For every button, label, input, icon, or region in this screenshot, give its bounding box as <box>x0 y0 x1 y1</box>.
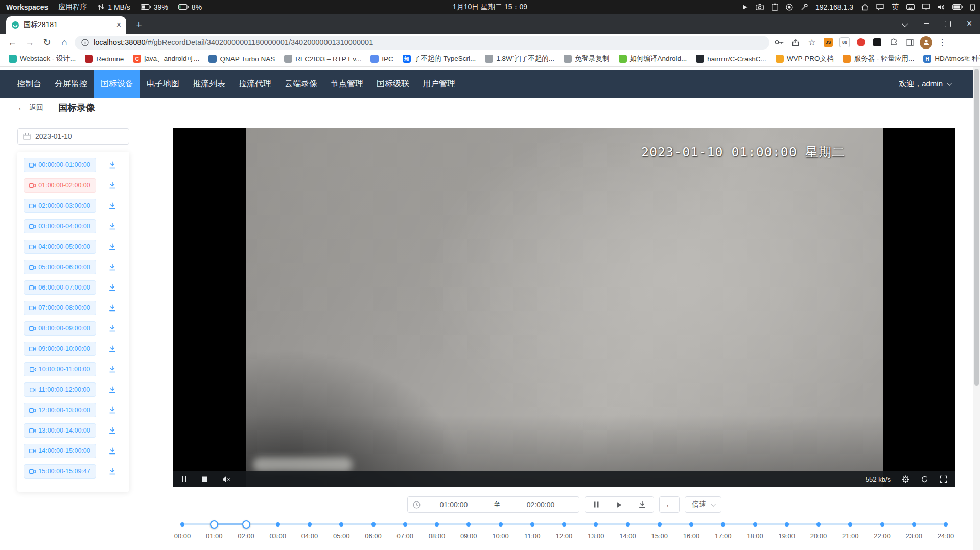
timeline-tick[interactable] <box>594 522 598 527</box>
timeline-tick[interactable] <box>626 522 630 527</box>
bookmarks-overflow-icon[interactable]: » <box>964 53 977 62</box>
bookmark-item[interactable]: 1.8W字|了不起的... <box>480 54 559 63</box>
browser-tab[interactable]: 国标28181 × <box>6 16 126 34</box>
download-icon[interactable] <box>108 161 116 169</box>
extension-js-icon[interactable]: JS <box>822 36 835 49</box>
segment-chip[interactable]: 15:00:00-15:09:47 <box>24 464 96 479</box>
timeline-tick[interactable] <box>403 522 407 527</box>
segment-chip[interactable]: 08:00:00-09:00:00 <box>24 321 96 336</box>
timeline-tick[interactable] <box>658 522 662 527</box>
timeline-tick[interactable] <box>816 522 821 527</box>
extension-88-icon[interactable]: 88 <box>838 36 851 49</box>
timeline-tick[interactable] <box>689 522 693 527</box>
nav-tab[interactable]: 分屏监控 <box>48 70 94 98</box>
download-icon[interactable] <box>108 386 116 394</box>
battery-icon[interactable] <box>952 4 963 10</box>
timeline-tick[interactable] <box>848 522 852 527</box>
password-key-icon[interactable] <box>773 36 786 49</box>
timeline-tick[interactable] <box>880 522 884 527</box>
battery-indicator-2[interactable]: 8% <box>178 3 202 11</box>
download-button[interactable] <box>631 496 654 513</box>
download-icon[interactable] <box>108 345 116 353</box>
timeline-tick[interactable] <box>499 522 503 527</box>
tools-icon[interactable] <box>801 4 808 11</box>
network-speed-indicator[interactable]: 1 MB/s <box>97 3 130 11</box>
bookmark-item[interactable]: WVP-PRO文档 <box>771 54 838 63</box>
bookmark-star-icon[interactable]: ☆ <box>805 36 819 49</box>
segment-chip[interactable]: 04:00:00-05:00:00 <box>24 240 96 254</box>
play-icon[interactable] <box>742 4 748 10</box>
extensions-puzzle-icon[interactable] <box>887 36 900 49</box>
download-icon[interactable] <box>108 426 116 435</box>
download-icon[interactable] <box>108 467 116 475</box>
play-button[interactable] <box>608 496 631 513</box>
browser-home-icon[interactable]: ⌂ <box>57 35 72 50</box>
user-menu[interactable]: 欢迎，admin <box>899 70 980 98</box>
download-icon[interactable] <box>108 222 116 230</box>
pause-icon[interactable] <box>181 476 187 483</box>
minimize-icon[interactable] <box>916 14 937 34</box>
timeline-tick[interactable] <box>435 522 439 527</box>
download-icon[interactable] <box>108 324 116 332</box>
clipboard-icon[interactable] <box>772 3 778 11</box>
download-icon[interactable] <box>108 365 116 373</box>
nav-tab[interactable]: 拉流代理 <box>232 70 278 98</box>
nav-tab[interactable]: 电子地图 <box>140 70 186 98</box>
end-time-input[interactable]: 02:00:00 <box>507 500 574 509</box>
timeline-tick[interactable] <box>339 522 343 527</box>
timeline-handle[interactable] <box>210 520 218 529</box>
segment-chip[interactable]: 13:00:00-14:00:00 <box>24 423 96 438</box>
timeline-tick[interactable] <box>912 522 916 527</box>
segment-chip[interactable]: 00:00:00-01:00:00 <box>24 158 96 172</box>
nav-tab[interactable]: 云端录像 <box>278 70 324 98</box>
bookmark-item[interactable]: IPC <box>366 55 398 63</box>
nav-tab[interactable]: 控制台 <box>10 70 48 98</box>
tab-close-icon[interactable]: × <box>116 21 121 29</box>
download-icon[interactable] <box>108 202 116 210</box>
timeline[interactable]: 00:0001:0002:0003:0004:0005:0006:0007:00… <box>182 518 946 543</box>
bookmark-item[interactable]: Redmine <box>80 55 128 63</box>
bookmark-item[interactable]: 服务器 - 轻量应用... <box>838 54 919 63</box>
side-panel-icon[interactable] <box>903 36 917 49</box>
download-icon[interactable] <box>108 243 116 251</box>
settings-gear-icon[interactable] <box>902 475 909 483</box>
speed-select[interactable]: 倍速 <box>685 496 721 513</box>
time-range-picker[interactable]: 01:00:00 至 02:00:00 <box>407 496 579 513</box>
bookmark-item[interactable]: QNAP Turbo NAS <box>204 55 279 63</box>
nav-tab[interactable]: 节点管理 <box>324 70 370 98</box>
keyboard-icon[interactable] <box>906 4 915 10</box>
address-bar[interactable]: localhost:38080/#/gbRecordDetail/3402000… <box>75 36 769 50</box>
timeline-tick[interactable] <box>276 522 280 527</box>
mute-icon[interactable] <box>222 476 231 483</box>
share-icon[interactable] <box>789 36 802 49</box>
timeline-tick[interactable] <box>785 522 789 527</box>
nav-tab[interactable]: 国标设备 <box>94 70 140 98</box>
segment-chip[interactable]: 09:00:00-10:00:00 <box>24 342 96 356</box>
nav-tab[interactable]: 推流列表 <box>186 70 232 98</box>
download-icon[interactable] <box>108 181 116 189</box>
applications-button[interactable]: 应用程序 <box>58 3 87 12</box>
refresh-icon[interactable] <box>921 475 928 483</box>
timeline-handle[interactable] <box>242 520 250 529</box>
segment-chip[interactable]: 03:00:00-04:00:00 <box>24 219 96 233</box>
fullscreen-icon[interactable] <box>940 475 947 483</box>
segment-chip[interactable]: 05:00:00-06:00:00 <box>24 260 96 274</box>
site-info-icon[interactable] <box>81 39 89 46</box>
segment-chip[interactable]: 06:00:00-07:00:00 <box>24 280 96 295</box>
timeline-tick[interactable] <box>562 522 566 527</box>
tab-search-icon[interactable] <box>894 14 916 34</box>
segment-chip[interactable]: 01:00:00-02:00:00 <box>24 178 96 193</box>
home-icon[interactable] <box>861 4 869 11</box>
seek-back-button[interactable]: ← <box>659 496 680 513</box>
ip-address-indicator[interactable]: 192.168.1.3 <box>815 3 853 11</box>
timeline-tick[interactable] <box>753 522 757 527</box>
download-icon[interactable] <box>108 283 116 292</box>
input-method-indicator[interactable]: 英 <box>892 3 899 12</box>
segment-chip[interactable]: 14:00:00-15:00:00 <box>24 444 96 458</box>
stop-icon[interactable] <box>202 476 207 482</box>
start-time-input[interactable]: 01:00:00 <box>421 500 487 509</box>
maximize-icon[interactable] <box>937 14 959 34</box>
screenshot-icon[interactable] <box>756 4 764 10</box>
nav-tab[interactable]: 国标级联 <box>370 70 416 98</box>
extension-red-icon[interactable] <box>854 36 868 49</box>
